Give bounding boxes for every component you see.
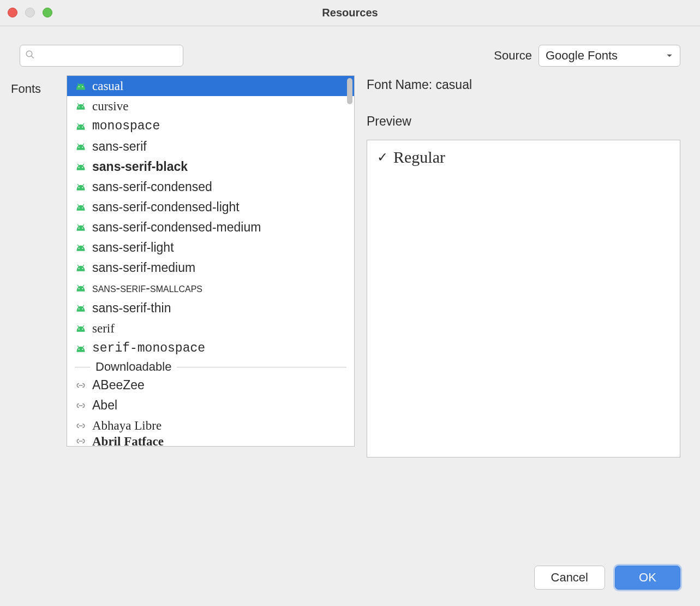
svg-point-9	[82, 126, 83, 127]
svg-line-19	[82, 164, 84, 165]
font-item-abeezee[interactable]: ABeeZee	[67, 375, 354, 395]
svg-point-36	[79, 268, 80, 269]
svg-point-0	[26, 51, 32, 57]
android-icon	[75, 103, 87, 110]
font-item-label: sans-serif-medium	[92, 262, 195, 274]
svg-point-41	[82, 288, 83, 289]
svg-line-22	[77, 184, 79, 186]
font-item-sans-serif-condensed[interactable]: sans-serif-condensed	[67, 177, 354, 197]
font-item-casual[interactable]: casual	[67, 76, 354, 96]
font-item-abel[interactable]: Abel	[67, 395, 354, 415]
svg-point-28	[79, 227, 80, 228]
svg-line-39	[82, 265, 84, 266]
font-item-sans-serif-condensed-medium[interactable]: sans-serif-condensed-medium	[67, 217, 354, 237]
svg-line-35	[82, 245, 84, 246]
svg-point-12	[79, 146, 80, 147]
search-icon	[25, 50, 35, 62]
font-item-label: Abel	[92, 399, 117, 412]
font-item-label: sans-serif-condensed	[92, 181, 212, 193]
ok-button[interactable]: OK	[615, 566, 680, 590]
svg-line-30	[77, 224, 79, 226]
cancel-button[interactable]: Cancel	[534, 566, 605, 590]
close-window-button[interactable]	[8, 8, 17, 17]
link-icon	[75, 423, 87, 429]
svg-point-24	[79, 207, 80, 208]
svg-point-52	[79, 348, 80, 349]
preview-style-label: Regular	[393, 148, 445, 167]
font-item-label: casual	[92, 80, 123, 92]
svg-point-13	[82, 146, 83, 147]
font-item-sans-serif[interactable]: sans-serif	[67, 136, 354, 157]
svg-point-17	[82, 167, 83, 168]
svg-line-43	[82, 285, 84, 287]
font-name-label: Font Name:	[367, 78, 432, 92]
font-item-serif[interactable]: serif	[67, 318, 354, 338]
link-icon	[75, 402, 87, 409]
svg-line-51	[82, 325, 84, 327]
svg-point-2	[79, 86, 80, 87]
svg-line-34	[77, 245, 79, 246]
svg-point-48	[79, 328, 80, 329]
font-item-label: sans-serif-condensed-light	[92, 201, 240, 213]
svg-point-49	[82, 328, 83, 329]
font-item-sans-serif-black[interactable]: sans-serif-black	[67, 157, 354, 177]
svg-line-31	[82, 224, 84, 226]
font-list[interactable]: casual cursive monospace sans-serif	[67, 76, 354, 446]
traffic-lights	[8, 8, 52, 17]
svg-point-37	[82, 268, 83, 269]
svg-line-11	[82, 123, 84, 125]
font-list-container: casual cursive monospace sans-serif	[67, 75, 355, 447]
svg-line-38	[77, 265, 79, 266]
search-input[interactable]	[20, 45, 183, 67]
toolbar: Source Google Fonts	[0, 26, 700, 75]
font-item-label: monospace	[92, 120, 160, 133]
svg-point-40	[79, 288, 80, 289]
link-icon	[75, 438, 87, 444]
svg-line-10	[77, 123, 79, 125]
source-label: Source	[494, 49, 532, 63]
android-icon	[75, 284, 87, 292]
font-item-label: sans-serif-smallcaps	[92, 282, 202, 294]
search-wrap	[20, 45, 183, 67]
main-content: Fonts casual cursive monospace	[0, 75, 700, 447]
downloadable-section-header: Downloadable	[67, 359, 354, 375]
svg-line-14	[77, 144, 79, 145]
zoom-window-button[interactable]	[43, 8, 52, 17]
android-icon	[75, 244, 87, 252]
preview-style-item[interactable]: ✓ Regular	[377, 148, 670, 167]
scrollbar-thumb[interactable]	[347, 78, 352, 104]
source-select[interactable]: Google Fonts	[539, 45, 680, 67]
svg-point-45	[82, 308, 83, 309]
svg-point-32	[79, 247, 80, 248]
svg-line-54	[77, 346, 79, 347]
android-icon	[75, 305, 87, 312]
svg-line-23	[82, 184, 84, 186]
font-item-label: sans-serif	[92, 140, 147, 153]
svg-line-42	[77, 285, 79, 287]
svg-point-20	[79, 187, 80, 188]
android-icon	[75, 325, 87, 332]
font-item-sans-serif-thin[interactable]: sans-serif-thin	[67, 298, 354, 318]
svg-point-33	[82, 247, 83, 248]
android-icon	[75, 345, 87, 353]
svg-line-47	[82, 305, 84, 307]
source-select-value: Google Fonts	[546, 49, 618, 63]
svg-point-4	[79, 106, 80, 107]
font-item-serif-monospace[interactable]: serif-monospace	[67, 338, 354, 359]
minimize-window-button[interactable]	[25, 8, 35, 17]
android-icon	[75, 204, 87, 211]
android-icon	[75, 224, 87, 231]
preview-box: ✓ Regular	[367, 140, 680, 458]
font-item-sans-serif-light[interactable]: sans-serif-light	[67, 237, 354, 258]
window-title: Resources	[322, 7, 378, 19]
font-item-sans-serif-condensed-light[interactable]: sans-serif-condensed-light	[67, 197, 354, 217]
font-item-sans-serif-medium[interactable]: sans-serif-medium	[67, 258, 354, 278]
font-item-sans-serif-smallcaps[interactable]: sans-serif-smallcaps	[67, 278, 354, 298]
android-icon	[75, 264, 87, 272]
titlebar: Resources	[0, 0, 700, 26]
font-item-abril-fatface[interactable]: Abril Fatface	[67, 436, 354, 446]
svg-point-44	[79, 308, 80, 309]
font-item-cursive[interactable]: cursive	[67, 96, 354, 116]
font-item-monospace[interactable]: monospace	[67, 116, 354, 136]
font-item-abhaya-libre[interactable]: Abhaya Libre	[67, 415, 354, 436]
